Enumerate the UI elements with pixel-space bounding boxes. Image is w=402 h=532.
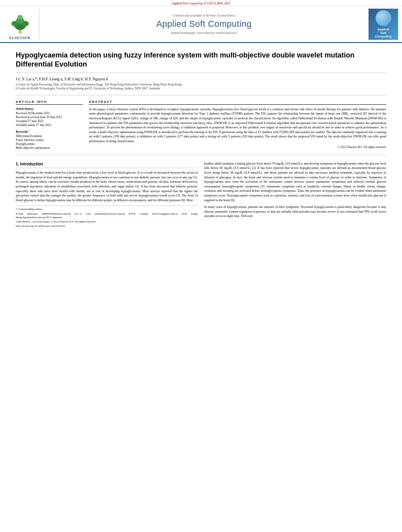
received-date: Received 29 December 2011 [16,111,83,115]
keyword-3: Hypoglycaemia [16,142,83,146]
abstract-panel: ABSTRACT In this paper, a fuzzy inferenc… [89,100,386,150]
journal-homepage: journal homepage: www.elsevier.com/locat… [171,31,237,35]
section1-col2-p2: In many cases of hypoglycaemia, patients… [204,205,387,219]
abstract-text: In this paper, a fuzzy inference system … [89,107,386,144]
affiliations: a Centre for Signal Processing, Dept. of… [16,83,386,95]
email-values: 08900438r@polyu.edu.hk (J.C.Y. Lai), enf… [16,212,198,219]
keyword-4: Multi-objective optimization [16,146,83,150]
section1-col2-p1: healthy adults maintain a fasting glucos… [204,161,387,202]
sciverse-line: Contents lists available at SciVerse Sci… [173,14,235,17]
issn-line: 1568-4946/$ – see front matter © 2012 El… [16,220,198,224]
journal-title: Applied Soft Computing [156,19,252,29]
article-content: Hypoglycaemia detection using fuzzy infe… [0,43,402,237]
corresponding-note: * Corresponding author. [16,208,198,211]
doi-line: http://dx.doi.org/10.1016/j.asoc.2012.06… [16,224,198,228]
section1-heading: 1. Introduction [16,161,198,169]
article-info-panel: ARTICLE INFO Article history: Received 2… [16,100,83,150]
affiliation-b: b Centre for Health Technologies, Facult… [16,87,386,91]
elsevier-logo: ELSEVIER [4,9,39,40]
keywords-label: Keywords: [16,130,83,133]
footnote-area: * Corresponding author. E-mail addresses… [16,206,198,228]
journal-logo-box: Applied Soft Computing [369,9,398,40]
history-label: Article history: [16,107,83,111]
journal-center: Contents lists available at SciVerse Sci… [43,9,365,40]
info-abstract-row: ARTICLE INFO Article history: Received 2… [16,100,386,155]
email-addresses: E-mail addresses: 08900438r@polyu.edu.hk… [16,212,198,219]
logo-label-line3: Computing [375,35,391,38]
svg-point-5 [17,15,23,20]
section1-col1-p1: Hypoglycaemia is the medical term for a … [16,171,198,202]
authors: J.C.Y. Lai a,*, F.H.F. Leung a, S.H. Lin… [16,77,386,81]
elsevier-wordmark: ELSEVIER [9,36,31,40]
keywords-section: Keywords: Differential Evolution Fuzzy i… [16,130,83,150]
abstract-heading: ABSTRACT [89,100,386,105]
affiliation-a: a Centre for Signal Processing, Dept. of… [16,83,386,87]
journal-header: ELSEVIER Contents lists available at Sci… [0,6,402,43]
logo-label-line1: Applied [378,28,389,31]
accepted-date: Accepted 27 June 2012 [16,119,83,123]
top-bar: Applied Soft Computing 13 (2013) 2803–28… [0,0,402,6]
logo-label-line2: Soft [380,31,387,35]
available-date: Available online 27 July 2012 [16,123,83,127]
copyright: © 2012 Elsevier B.V. All rights reserved… [89,145,386,150]
article-title: Hypoglycaemia detection using fuzzy infe… [16,51,386,73]
elsevier-tree-icon [4,13,36,35]
body-col-left: 1. Introduction Hypoglycaemia is the med… [16,161,198,229]
journal-logo-circle-icon [376,10,391,26]
article-info-heading: ARTICLE INFO [16,100,83,105]
body-section: 1. Introduction Hypoglycaemia is the med… [16,161,386,229]
body-col-right: healthy adults maintain a fasting glucos… [204,161,387,229]
email-label: E-mail addresses: [16,212,38,215]
svg-rect-6 [19,32,22,33]
revised-date: Received in revised form 20 June 2012 [16,115,83,119]
keyword-2: Fuzzy inference system [16,138,83,142]
keyword-1: Differential Evolution [16,134,83,138]
journal-ref: Applied Soft Computing 13 (2013) 2803–28… [171,2,230,5]
